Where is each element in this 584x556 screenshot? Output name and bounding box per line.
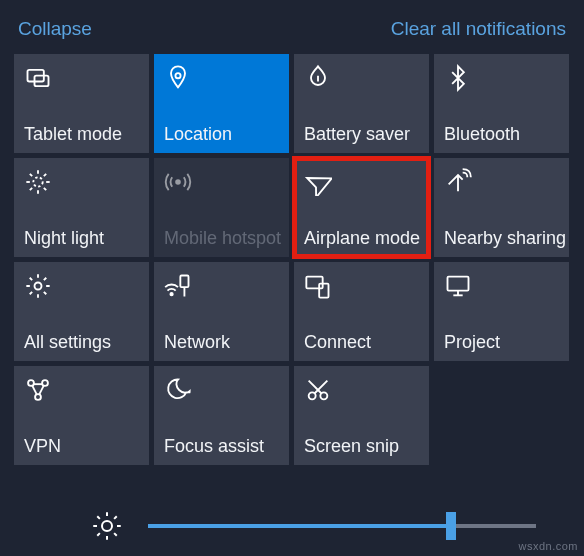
tile-vpn[interactable]: VPN — [14, 366, 149, 465]
focus-assist-icon — [164, 376, 192, 404]
svg-point-2 — [175, 73, 180, 78]
tile-label: Focus assist — [164, 436, 264, 457]
collapse-link[interactable]: Collapse — [18, 18, 92, 40]
svg-point-4 — [33, 177, 42, 186]
battery-saver-icon — [304, 64, 332, 92]
svg-line-32 — [309, 381, 322, 394]
action-center-header: Collapse Clear all notifications — [0, 0, 584, 54]
bluetooth-icon — [444, 64, 472, 92]
svg-line-28 — [39, 385, 44, 394]
tile-network[interactable]: Network — [154, 262, 289, 361]
quick-actions-grid: Tablet modeLocationBattery saverBluetoot… — [0, 54, 584, 465]
tile-label: Connect — [304, 332, 371, 353]
svg-line-40 — [97, 533, 100, 536]
tile-label: Nearby sharing — [444, 228, 566, 249]
svg-point-14 — [35, 283, 42, 290]
vpn-icon — [24, 376, 52, 404]
night-light-icon — [24, 168, 52, 196]
hotspot-icon — [164, 168, 192, 196]
tile-label: Network — [164, 332, 230, 353]
svg-line-27 — [32, 385, 37, 394]
brightness-slider-fill — [148, 524, 451, 528]
tile-label: Screen snip — [304, 436, 399, 457]
connect-icon — [304, 272, 332, 300]
svg-line-12 — [44, 174, 46, 176]
svg-line-31 — [315, 381, 328, 394]
svg-line-41 — [114, 516, 117, 519]
svg-line-9 — [30, 174, 32, 176]
tile-connect[interactable]: Connect — [294, 262, 429, 361]
tile-label: Airplane mode — [304, 228, 420, 249]
svg-rect-18 — [306, 277, 322, 289]
tile-nearby-sharing[interactable]: Nearby sharing — [434, 158, 569, 257]
clear-all-link[interactable]: Clear all notifications — [391, 18, 566, 40]
tile-all-settings[interactable]: All settings — [14, 262, 149, 361]
tile-night-light[interactable]: Night light — [14, 158, 149, 257]
tile-label: Location — [164, 124, 232, 145]
brightness-row — [0, 524, 584, 528]
tile-project[interactable]: Project — [434, 262, 569, 361]
watermark: wsxdn.com — [518, 540, 578, 552]
svg-line-10 — [44, 188, 46, 190]
project-icon — [444, 272, 472, 300]
screen-snip-icon — [304, 376, 332, 404]
tile-airplane-mode[interactable]: Airplane mode — [294, 158, 429, 257]
brightness-slider-thumb[interactable] — [446, 512, 456, 540]
svg-point-13 — [176, 180, 180, 184]
brightness-icon — [92, 511, 122, 541]
tile-screen-snip[interactable]: Screen snip — [294, 366, 429, 465]
svg-line-38 — [97, 516, 100, 519]
tile-label: Mobile hotspot — [164, 228, 281, 249]
location-icon — [164, 64, 192, 92]
tile-label: Tablet mode — [24, 124, 122, 145]
tile-label: Bluetooth — [444, 124, 520, 145]
tablet-mode-icon — [24, 64, 52, 92]
tile-label: Project — [444, 332, 500, 353]
nearby-share-icon — [444, 168, 472, 196]
tile-label: VPN — [24, 436, 61, 457]
network-icon — [164, 272, 192, 300]
svg-line-39 — [114, 533, 117, 536]
airplane-icon — [304, 168, 332, 196]
brightness-slider[interactable] — [148, 524, 536, 528]
svg-rect-15 — [180, 276, 188, 288]
tile-bluetooth[interactable]: Bluetooth — [434, 54, 569, 153]
svg-point-17 — [170, 293, 172, 295]
tile-tablet-mode[interactable]: Tablet mode — [14, 54, 149, 153]
tile-label: Night light — [24, 228, 104, 249]
gear-icon — [24, 272, 52, 300]
tile-mobile-hotspot[interactable]: Mobile hotspot — [154, 158, 289, 257]
tile-label: Battery saver — [304, 124, 410, 145]
tile-focus-assist[interactable]: Focus assist — [154, 366, 289, 465]
tile-location[interactable]: Location — [154, 54, 289, 153]
svg-line-11 — [30, 188, 32, 190]
svg-rect-19 — [319, 284, 328, 298]
tile-battery-saver[interactable]: Battery saver — [294, 54, 429, 153]
svg-point-33 — [102, 521, 112, 531]
tile-label: All settings — [24, 332, 111, 353]
svg-rect-20 — [448, 277, 469, 291]
